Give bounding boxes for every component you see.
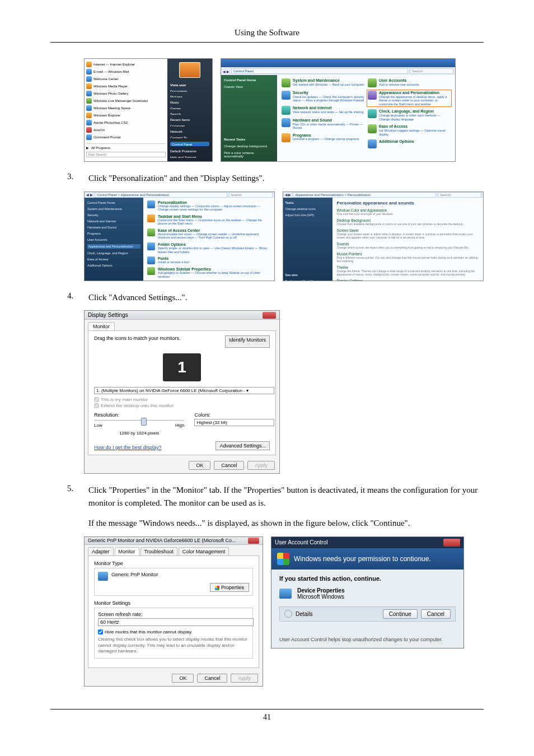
pers-item[interactable]: Sounds (337, 242, 479, 246)
side[interactable]: Hardware and Sound (87, 226, 140, 229)
sm-r-control-panel[interactable]: Control Panel (170, 142, 209, 146)
cp-cat[interactable]: Hardware and Sound (293, 118, 364, 123)
task[interactable]: Change desktop icons (285, 207, 330, 211)
side[interactable]: User Accounts (87, 238, 140, 241)
side-active[interactable]: Appearance and Personalization (87, 244, 140, 249)
cp-cat[interactable]: User Accounts (379, 78, 419, 83)
task[interactable]: Adjust font size (DPI) (285, 213, 330, 217)
sm-r[interactable]: Pictures (170, 95, 209, 97)
see-also-item[interactable]: Taskbar and Start Menu (285, 279, 330, 281)
ap-item[interactable]: Windows Sidebar Properties (158, 267, 270, 271)
search-input[interactable]: Search (438, 192, 481, 198)
cancel-button[interactable]: Cancel (214, 461, 244, 470)
sm-item[interactable]: E-mail — Windows Mail (93, 70, 129, 73)
pers-item[interactable]: Theme (337, 265, 479, 269)
cancel-button[interactable]: Cancel (421, 609, 451, 619)
sm-item[interactable]: Internet — Internet Explorer (93, 63, 135, 66)
cp-cat[interactable]: System and Maintenance (293, 78, 364, 83)
search-input[interactable]: Search (229, 192, 273, 198)
ap-item[interactable]: Ease of Access Center (158, 228, 270, 232)
side[interactable]: Control Panel Home (87, 201, 140, 204)
pers-item-display-settings[interactable]: Display Settings (337, 279, 479, 281)
close-icon[interactable] (248, 538, 259, 544)
hide-modes-checkbox[interactable]: Hide modes that this monitor cannot disp… (98, 629, 249, 634)
sm-r[interactable]: Computer (170, 124, 209, 127)
cp-cat-appearance[interactable]: Appearance and Personalization (379, 91, 451, 95)
ap-item[interactable]: Folder Options (158, 242, 270, 246)
cp-cat[interactable]: Additional Options (379, 139, 414, 144)
chevron-down-icon[interactable] (284, 610, 292, 618)
side[interactable]: Network and Internet (87, 220, 140, 223)
sm-r[interactable]: Connect To (170, 136, 209, 138)
sm-r[interactable]: Documents (170, 90, 209, 92)
pers-item[interactable]: Screen Saver (337, 228, 479, 232)
pers-item[interactable]: Desktop Background (337, 218, 479, 222)
cp-cat[interactable]: Clock, Language, and Region (379, 109, 451, 114)
ok-button[interactable]: OK (172, 674, 194, 683)
side[interactable]: Additional Options (87, 264, 140, 267)
close-icon[interactable] (443, 539, 460, 547)
tab-monitor[interactable]: Monitor (115, 547, 139, 556)
sm-item[interactable]: Command Prompt (93, 136, 121, 139)
continue-button[interactable]: Continue (383, 609, 418, 619)
sm-item[interactable]: Adobe Photoshop CS2 (93, 121, 128, 124)
sm-r[interactable]: Search (170, 113, 209, 115)
tab-adapter[interactable]: Adapter (88, 547, 114, 556)
colors-select[interactable]: Highest (32 bit) (194, 419, 274, 426)
cp-cat[interactable]: Programs (293, 133, 359, 138)
sm-r[interactable]: Help and Support (170, 156, 209, 158)
tab-color-mgmt[interactable]: Color Management (179, 547, 229, 556)
side[interactable]: Clock, Language, and Region (87, 251, 140, 255)
breadcrumb[interactable]: Control Panel (231, 68, 408, 74)
side[interactable]: Ease of Access (87, 258, 140, 261)
sm-item[interactable]: Welcome Center (93, 77, 119, 81)
sm-item[interactable]: Windows Meeting Space (93, 106, 130, 110)
identify-monitors-button[interactable]: Identify Monitors (225, 335, 270, 348)
breadcrumb[interactable]: Control Panel > Appearance and Personali… (95, 192, 227, 198)
apply-button[interactable]: Apply (247, 461, 275, 470)
sm-r[interactable]: Games (170, 107, 209, 109)
monitor-preview[interactable]: 1 (163, 353, 201, 381)
apply-button[interactable]: Apply (231, 674, 258, 683)
cp-cat[interactable]: Network and Internet (293, 106, 363, 110)
advanced-settings-button[interactable]: Advanced Settings... (216, 441, 270, 450)
recent-task[interactable]: Change desktop background (224, 144, 274, 148)
refresh-rate-select[interactable]: 60 Hertz (98, 618, 254, 626)
sm-r[interactable]: Music (170, 101, 209, 103)
best-display-link[interactable]: How do I get the best display? (94, 445, 162, 450)
sm-item[interactable]: Windows Photo Gallery (93, 92, 128, 95)
all-programs[interactable]: All Programs (91, 146, 110, 150)
sm-item[interactable]: Windows Media Player (93, 85, 128, 88)
side[interactable]: System and Maintenance (87, 207, 140, 211)
cp-home[interactable]: Control Panel Home (224, 78, 274, 82)
tab-troubleshoot[interactable]: Troubleshoot (140, 547, 177, 556)
recent-task[interactable]: Pick a color scheme automatically (224, 151, 274, 158)
side[interactable]: Programs (87, 232, 140, 235)
cp-cat[interactable]: Ease of Access (379, 124, 451, 129)
sm-r[interactable]: Recent Items (170, 118, 209, 120)
search-input[interactable]: Search (410, 68, 453, 74)
pers-item[interactable]: Window Color and Appearance (337, 208, 479, 212)
sm-item[interactable]: AutoOn (93, 128, 105, 132)
details-toggle[interactable]: Details (296, 611, 313, 617)
classic-view[interactable]: Classic View (224, 85, 274, 88)
close-icon[interactable] (263, 312, 276, 319)
resolution-slider[interactable]: Low High (94, 420, 184, 428)
ap-item[interactable]: Taskbar and Start Menu (158, 214, 270, 218)
monitor-select[interactable]: 1. (Multiple Monitors) on NVIDIA GeForce… (94, 387, 274, 394)
breadcrumb[interactable]: Appearance and Personalization > Persona… (293, 192, 436, 198)
tab-monitor[interactable]: Monitor (88, 322, 115, 330)
sm-item[interactable]: Windows Explorer (93, 114, 120, 117)
ap-item[interactable]: Fonts (158, 256, 189, 260)
properties-button[interactable]: Properties (210, 583, 249, 592)
cancel-button[interactable]: Cancel (197, 674, 227, 683)
ok-button[interactable]: OK (189, 461, 210, 470)
pers-item[interactable]: Mouse Pointers (337, 252, 479, 256)
sm-r[interactable]: Network (170, 130, 209, 132)
start-search[interactable]: Start Search (86, 152, 166, 157)
side[interactable]: Security (87, 213, 140, 217)
ap-item[interactable]: Personalization (158, 200, 270, 204)
cp-cat[interactable]: Security (293, 91, 364, 95)
sm-r[interactable]: Default Programs (170, 150, 209, 152)
sm-item[interactable]: Windows Live Messenger Download (93, 99, 148, 102)
